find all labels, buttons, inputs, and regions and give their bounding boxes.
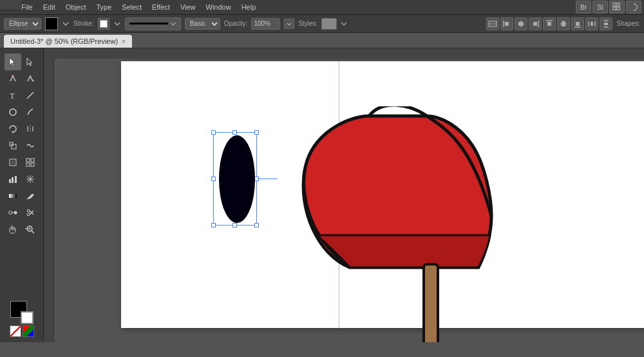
shape-selector[interactable]: Ellipse	[4, 18, 41, 30]
rotate-tool-button[interactable]	[5, 121, 21, 137]
svg-rect-37	[26, 163, 30, 166]
align-middle-v-button[interactable]	[557, 17, 570, 30]
svg-rect-35	[26, 159, 30, 162]
main-area: + T	[0, 48, 644, 342]
stroke-arrow-icon	[113, 20, 121, 28]
bridge-button[interactable]: Br	[576, 1, 591, 14]
free-transform-tool-button[interactable]	[5, 154, 21, 171]
mesh-tool-button[interactable]	[22, 171, 39, 188]
svg-rect-41	[15, 176, 17, 183]
menu-view[interactable]: View	[176, 2, 200, 12]
gradient-tool-button[interactable]	[5, 188, 21, 204]
tool-row-2: +	[5, 70, 39, 87]
tool-row-10	[5, 204, 39, 221]
reflect-tool-button[interactable]	[22, 121, 39, 137]
svg-rect-22	[604, 23, 608, 25]
svg-rect-17	[576, 22, 580, 26]
pencil-tool-button[interactable]	[22, 104, 39, 121]
line-tool-button[interactable]	[22, 87, 39, 104]
align-top-button[interactable]	[543, 17, 556, 30]
blend-tool-button[interactable]	[5, 204, 21, 221]
swirl-button[interactable]	[626, 1, 641, 14]
hand-tool-button[interactable]	[5, 221, 21, 238]
canvas-area[interactable]	[44, 48, 644, 342]
selection-tool-button[interactable]	[5, 53, 21, 70]
opacity-expand-button[interactable]	[284, 19, 294, 29]
menu-edit[interactable]: Edit	[39, 2, 60, 12]
svg-rect-42	[9, 194, 17, 198]
color-fill-stroke[interactable]	[10, 301, 33, 324]
svg-rect-3	[617, 7, 620, 10]
svg-point-29	[10, 109, 16, 115]
svg-point-45	[14, 211, 17, 215]
type-tool-button[interactable]: T	[5, 87, 21, 104]
pen-tool-button[interactable]	[5, 70, 21, 87]
tool-row-7	[5, 154, 39, 171]
menu-object[interactable]: Object	[61, 2, 91, 12]
direct-selection-tool-button[interactable]	[22, 53, 39, 70]
svg-text:+: +	[32, 78, 35, 84]
distribute-h-button[interactable]	[585, 17, 598, 30]
ellipse-tool-button[interactable]	[5, 104, 21, 121]
document-tab[interactable]: Untitled-3* @ 50% (RGB/Preview) ×	[4, 35, 132, 48]
stroke-dropdown-icon	[170, 21, 176, 27]
stroke-color-picker[interactable]	[98, 18, 109, 30]
symbol-tool-button[interactable]	[22, 154, 39, 171]
add-anchor-tool-button[interactable]: +	[22, 70, 39, 87]
tool-row-3: T	[5, 87, 39, 104]
props-bar: Ellipse Stroke: Basic Opacity: Styles:	[0, 15, 644, 33]
fill-color-box[interactable]	[45, 17, 58, 30]
graph-tool-button[interactable]	[5, 171, 21, 188]
svg-rect-39	[9, 179, 11, 183]
align-left-button[interactable]	[500, 17, 513, 30]
color-swatch[interactable]	[23, 325, 34, 337]
menu-help[interactable]: Help	[237, 2, 261, 12]
stroke-style-selector[interactable]: Basic	[185, 18, 220, 30]
tab-close-button[interactable]: ×	[122, 38, 126, 45]
align-bottom-button[interactable]	[571, 17, 584, 30]
tab-bar: Untitled-3* @ 50% (RGB/Preview) ×	[0, 33, 644, 48]
svg-rect-34	[11, 160, 15, 164]
tools-container: + T	[5, 53, 39, 238]
eyedropper-tool-button[interactable]	[22, 188, 39, 204]
axe-shape[interactable]	[298, 106, 582, 342]
align-right-button[interactable]	[529, 17, 542, 30]
stroke-swatch[interactable]	[21, 311, 33, 324]
opacity-input[interactable]	[251, 18, 280, 30]
svg-rect-13	[547, 22, 551, 26]
stock-button[interactable]: St	[592, 1, 608, 14]
grid-button[interactable]	[609, 1, 625, 14]
align-center-h-button[interactable]	[515, 17, 527, 30]
ruler-top	[44, 48, 644, 59]
svg-rect-11	[533, 22, 537, 26]
ellipse-shape[interactable]	[211, 131, 263, 227]
opacity-label: Opacity:	[224, 20, 248, 27]
none-swatch[interactable]	[10, 325, 21, 337]
menu-select[interactable]: Select	[117, 2, 146, 12]
svg-rect-32	[12, 144, 16, 149]
fill-arrow-icon	[62, 20, 70, 28]
svg-rect-2	[613, 7, 616, 10]
align-artboard-button[interactable]	[486, 17, 499, 30]
zoom-tool-button[interactable]	[22, 221, 39, 238]
tool-row-11	[5, 221, 39, 238]
tool-row-9	[5, 188, 39, 204]
menu-effect[interactable]: Effect	[147, 2, 175, 12]
styles-dropdown-icon	[341, 21, 347, 27]
svg-point-48	[27, 213, 30, 216]
ruler-corner	[0, 0, 22, 10]
styles-swatch[interactable]	[321, 18, 337, 30]
left-toolbar: + T	[0, 48, 44, 342]
warp-tool-button[interactable]	[22, 137, 39, 154]
tool-row-5	[5, 121, 39, 137]
menu-window[interactable]: Window	[202, 2, 236, 12]
scissors-tool-button[interactable]	[22, 204, 39, 221]
svg-rect-57	[424, 264, 438, 342]
shapes-label: Shapes:	[616, 20, 640, 27]
color-swatches	[7, 298, 37, 340]
svg-line-43	[27, 198, 28, 199]
svg-point-56	[219, 135, 255, 223]
distribute-v-button[interactable]	[600, 17, 612, 30]
menu-type[interactable]: Type	[92, 2, 117, 12]
scale-tool-button[interactable]	[5, 137, 21, 154]
